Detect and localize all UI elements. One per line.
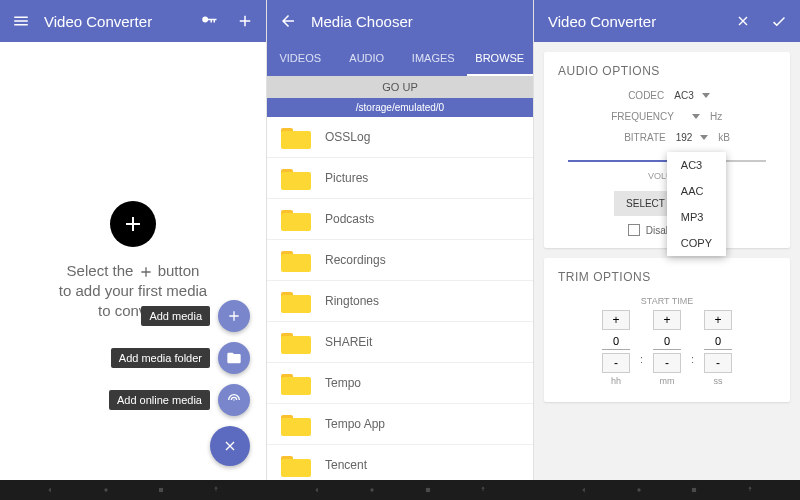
- tab-images[interactable]: IMAGES: [400, 42, 467, 76]
- folder-icon: [281, 412, 311, 436]
- svg-rect-3: [426, 488, 430, 492]
- hh-plus-button[interactable]: +: [602, 310, 630, 330]
- svg-rect-1: [159, 488, 163, 492]
- folder-label: Tencent: [325, 458, 367, 472]
- hh-minus-button[interactable]: -: [602, 353, 630, 373]
- start-time-label: START TIME: [558, 296, 776, 306]
- current-path: /storage/emulated/0: [267, 98, 533, 117]
- folder-item[interactable]: Ringtones: [267, 281, 533, 322]
- folder-icon: [281, 166, 311, 190]
- folder-label: Tempo: [325, 376, 361, 390]
- svg-point-4: [637, 488, 640, 491]
- key-icon[interactable]: [198, 10, 220, 32]
- folder-label: Ringtones: [325, 294, 379, 308]
- tab-videos[interactable]: VIDEOS: [267, 42, 334, 76]
- svg-rect-5: [692, 488, 696, 492]
- tab-audio[interactable]: AUDIO: [334, 42, 401, 76]
- mm-minus-button[interactable]: -: [653, 353, 681, 373]
- fab-label-add-media: Add media: [141, 306, 210, 326]
- fab-close[interactable]: [210, 426, 250, 466]
- android-navbar: [0, 480, 800, 500]
- folder-label: Recordings: [325, 253, 386, 267]
- chooser-title: Media Chooser: [311, 13, 523, 30]
- inline-plus-icon: [138, 264, 154, 280]
- folder-item[interactable]: SHAREit: [267, 322, 533, 363]
- chevron-down-icon: [700, 135, 708, 140]
- codec-option[interactable]: AAC: [667, 178, 726, 204]
- codec-label: CODEC: [594, 90, 664, 101]
- back-icon[interactable]: [277, 10, 299, 32]
- folder-item[interactable]: Tempo: [267, 363, 533, 404]
- folder-item[interactable]: Recordings: [267, 240, 533, 281]
- fab-label-add-online: Add online media: [109, 390, 210, 410]
- bitrate-label: BITRATE: [596, 132, 666, 143]
- fab-add-online[interactable]: [218, 384, 250, 416]
- audio-options-title: AUDIO OPTIONS: [558, 64, 776, 78]
- disable-audio-checkbox[interactable]: [628, 224, 640, 236]
- frequency-label: FREQUENCY: [604, 111, 674, 122]
- folder-icon: [281, 125, 311, 149]
- folder-item[interactable]: OSSLog: [267, 117, 533, 158]
- folder-item[interactable]: Tempo App: [267, 404, 533, 445]
- app-title: Video Converter: [44, 13, 198, 30]
- add-media-big-button[interactable]: [110, 201, 156, 247]
- folder-icon: [281, 248, 311, 272]
- ss-plus-button[interactable]: +: [704, 310, 732, 330]
- folder-item[interactable]: Pictures: [267, 158, 533, 199]
- frequency-select[interactable]: [684, 114, 700, 119]
- folder-icon: [281, 207, 311, 231]
- ss-minus-button[interactable]: -: [704, 353, 732, 373]
- menu-icon[interactable]: [10, 10, 32, 32]
- mm-plus-button[interactable]: +: [653, 310, 681, 330]
- folder-label: Pictures: [325, 171, 368, 185]
- trim-options-title: TRIM OPTIONS: [558, 270, 776, 284]
- bitrate-select[interactable]: 192: [676, 132, 709, 143]
- codec-select[interactable]: AC3: [674, 90, 709, 101]
- folder-label: Tempo App: [325, 417, 385, 431]
- codec-option[interactable]: MP3: [667, 204, 726, 230]
- hh-value[interactable]: 0: [602, 333, 630, 350]
- tab-browse[interactable]: BROWSE: [467, 42, 534, 76]
- check-icon[interactable]: [768, 10, 790, 32]
- codec-option[interactable]: COPY: [667, 230, 726, 256]
- folder-icon: [281, 453, 311, 477]
- close-icon[interactable]: [732, 10, 754, 32]
- media-tabs: VIDEOS AUDIO IMAGES BROWSE: [267, 42, 533, 76]
- folder-icon: [281, 289, 311, 313]
- folder-label: OSSLog: [325, 130, 370, 144]
- codec-dropdown: AC3AACMP3COPY: [667, 152, 726, 256]
- folder-icon: [281, 371, 311, 395]
- plus-icon[interactable]: [234, 10, 256, 32]
- mm-value[interactable]: 0: [653, 333, 681, 350]
- folder-item[interactable]: Tencent: [267, 445, 533, 480]
- chevron-down-icon: [702, 93, 710, 98]
- folder-label: SHAREit: [325, 335, 372, 349]
- codec-option[interactable]: AC3: [667, 152, 726, 178]
- svg-point-0: [104, 488, 107, 491]
- fab-add-media[interactable]: [218, 300, 250, 332]
- fab-add-folder[interactable]: [218, 342, 250, 374]
- chevron-down-icon: [692, 114, 700, 119]
- svg-point-2: [371, 488, 374, 491]
- folder-item[interactable]: Podcasts: [267, 199, 533, 240]
- fab-label-add-folder: Add media folder: [111, 348, 210, 368]
- converter-title: Video Converter: [548, 13, 732, 30]
- go-up-button[interactable]: GO UP: [267, 76, 533, 98]
- ss-value[interactable]: 0: [704, 333, 732, 350]
- folder-label: Podcasts: [325, 212, 374, 226]
- folder-icon: [281, 330, 311, 354]
